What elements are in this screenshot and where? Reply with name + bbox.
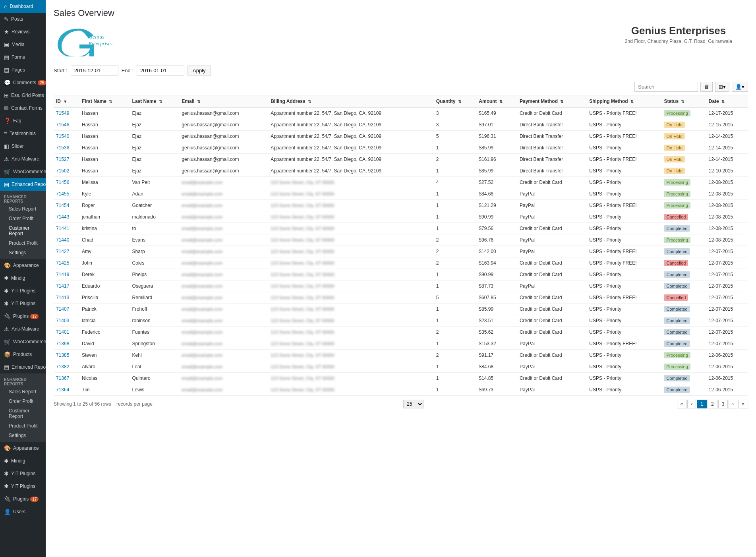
sidebar-item-label: Appearance <box>13 445 39 451</box>
search-input[interactable] <box>634 82 698 92</box>
sidebar-item-ess-grid-posts[interactable]: ⊞ Ess. Grid Posts <box>0 89 46 102</box>
order-link[interactable]: 71385 <box>56 352 69 358</box>
sidebar-item-yit-plugins-3[interactable]: ✱ YIT Plugins <box>0 467 46 480</box>
col-id[interactable]: ID ▼ <box>54 95 79 108</box>
page-3-btn[interactable]: 3 <box>718 400 728 408</box>
col-quantity[interactable]: Quantity ⇅ <box>434 95 476 108</box>
col-email[interactable]: Email ⇅ <box>179 95 268 108</box>
page-first-btn[interactable]: « <box>677 400 687 408</box>
sidebar-item-forms[interactable]: ▤ Forms <box>0 51 46 64</box>
sidebar-sub-settings-2[interactable]: Settings <box>0 431 46 440</box>
sidebar-item-woocommerce-2[interactable]: 🛒 WooCommerce <box>0 335 46 348</box>
delete-toolbar-btn[interactable]: 🗑 <box>700 82 713 92</box>
order-link[interactable]: 71456 <box>56 180 69 185</box>
sidebar-item-yit-plugins-4[interactable]: ✱ YIT Plugins <box>0 480 46 493</box>
order-link[interactable]: 71407 <box>56 306 69 312</box>
order-link[interactable]: 71546 <box>56 122 69 128</box>
sidebar-sub-customer-report-1[interactable]: Customer Report <box>0 223 46 238</box>
page-1-btn[interactable]: 1 <box>697 400 707 408</box>
col-date[interactable]: Date ⇅ <box>706 95 748 108</box>
cell-email: email@example.com <box>179 223 268 234</box>
order-link[interactable]: 71549 <box>56 110 69 116</box>
sidebar-item-pages[interactable]: ▤ Pages <box>0 64 46 76</box>
order-link[interactable]: 71536 <box>56 145 69 151</box>
order-link[interactable]: 71382 <box>56 364 69 369</box>
order-link[interactable]: 71398 <box>56 341 69 346</box>
order-link[interactable]: 71427 <box>56 249 69 254</box>
order-link[interactable]: 71419 <box>56 272 69 277</box>
order-link[interactable]: 71417 <box>56 283 69 289</box>
sidebar-sub-sales-report-2[interactable]: Sales Report <box>0 387 46 396</box>
sidebar-sub-order-profit-1[interactable]: Order Profit <box>0 214 46 223</box>
sidebar-item-woocommerce-1[interactable]: 🛒 WooCommerce <box>0 165 46 178</box>
sidebar-sub-product-profit-1[interactable]: Product Profit <box>0 238 46 248</box>
sidebar-item-products[interactable]: 📦 Products <box>0 348 46 361</box>
apply-button[interactable]: Apply <box>188 66 211 75</box>
sidebar-item-plugins-1[interactable]: 🔌 Plugins 17 <box>0 310 46 323</box>
col-last-name[interactable]: Last Name ⇅ <box>130 95 180 108</box>
order-link[interactable]: 71367 <box>56 375 69 381</box>
sidebar-item-testimonials[interactable]: ❝ Testimonials <box>0 127 46 140</box>
order-link[interactable]: 71413 <box>56 295 69 300</box>
sidebar-sub-order-profit-2[interactable]: Order Profit <box>0 396 46 406</box>
sidebar-item-comments[interactable]: 💬 Comments 25 <box>0 76 46 89</box>
page-next-btn[interactable]: › <box>729 400 737 408</box>
status-badge: Completed <box>664 306 690 312</box>
order-link[interactable]: 71441 <box>56 226 69 231</box>
products-icon: 📦 <box>4 351 11 358</box>
order-link[interactable]: 71401 <box>56 329 69 335</box>
page-last-btn[interactable]: » <box>738 400 748 408</box>
order-link[interactable]: 71502 <box>56 168 69 174</box>
end-date-input[interactable] <box>137 66 184 75</box>
col-status[interactable]: Status ⇅ <box>661 95 706 108</box>
sidebar-item-mindig-1[interactable]: ✱ Mindig <box>0 272 46 284</box>
per-page-select[interactable]: 25 50 100 <box>403 400 423 408</box>
sidebar-item-faq[interactable]: ❓ Faq <box>0 114 46 127</box>
sidebar-item-media[interactable]: ▣ Media <box>0 38 46 51</box>
sidebar-item-yit-plugins-1[interactable]: ✱ YIT Plugins <box>0 284 46 297</box>
cell-first-name: kristina <box>79 223 130 234</box>
page-prev-btn[interactable]: ‹ <box>687 400 696 408</box>
sidebar-item-slider[interactable]: ◧ Slider <box>0 140 46 153</box>
col-payment-method[interactable]: Payment Method ⇅ <box>517 95 587 108</box>
sidebar-item-anti-malware-1[interactable]: ⚠ Anti-Malware <box>0 153 46 165</box>
sidebar-item-contact-forms[interactable]: ✉ Contact Forms <box>0 102 46 114</box>
order-link[interactable]: 71540 <box>56 133 69 139</box>
sidebar-sub-product-profit-2[interactable]: Product Profit <box>0 421 46 431</box>
sidebar-item-reviews[interactable]: ★ Reviews <box>0 25 46 38</box>
sidebar-item-dashboard[interactable]: ⌂ Dashboard <box>0 0 46 13</box>
sidebar-item-anti-malware-2[interactable]: ⚠ Anti-Malware <box>0 323 46 335</box>
order-link[interactable]: 71443 <box>56 214 69 220</box>
order-link[interactable]: 71527 <box>56 157 69 162</box>
sidebar-item-appearance-2[interactable]: 🎨 Appearance <box>0 442 46 454</box>
sidebar-sub-sales-report-1[interactable]: Sales Report <box>0 204 46 214</box>
sidebar-item-yit-plugins-2[interactable]: ✱ YIT Plugins <box>0 297 46 310</box>
order-link[interactable]: 71440 <box>56 237 69 243</box>
sidebar-item-posts[interactable]: ✎ Posts <box>0 13 46 25</box>
sidebar-item-plugins-2[interactable]: 🔌 Plugins 17 <box>0 493 46 505</box>
sidebar-sub-customer-report-2[interactable]: Customer Report <box>0 406 46 421</box>
grid-toolbar-btn[interactable]: ⊞▾ <box>715 82 729 92</box>
page-2-btn[interactable]: 2 <box>708 400 717 408</box>
order-link[interactable]: 71425 <box>56 260 69 266</box>
order-link[interactable]: 71364 <box>56 387 69 393</box>
order-link[interactable]: 71455 <box>56 191 69 197</box>
sidebar-item-appearance-1[interactable]: 🎨 Appearance <box>0 259 46 272</box>
col-shipping-method[interactable]: Shipping Method ⇅ <box>587 95 661 108</box>
table-row: 71413 Priscilla Remillard email@example.… <box>54 292 748 304</box>
sidebar-item-enhanced-reports-1[interactable]: ▤ Enhanced Reports <box>0 178 46 191</box>
order-link[interactable]: 71454 <box>56 203 69 208</box>
col-first-name[interactable]: First Name ⇅ <box>79 95 130 108</box>
per-page-label: records per page <box>116 401 153 407</box>
table-row: 71398 David Springston email@example.com… <box>54 338 748 350</box>
order-link[interactable]: 71403 <box>56 318 69 323</box>
cell-amount: $69.73 <box>476 384 517 396</box>
user-toolbar-btn[interactable]: 👤▾ <box>732 82 748 92</box>
start-date-input[interactable] <box>71 66 118 75</box>
col-amount[interactable]: Amount ⇅ <box>476 95 517 108</box>
sidebar-item-users[interactable]: 👤 Users <box>0 505 46 518</box>
sidebar-item-enhanced-reports-2[interactable]: ▤ Enhanced Reports <box>0 361 46 373</box>
sidebar-item-mindig-2[interactable]: ✱ Mindig <box>0 454 46 467</box>
col-billing-address[interactable]: Billing Address ⇅ <box>268 95 434 108</box>
sidebar-sub-settings-1[interactable]: Settings <box>0 248 46 257</box>
